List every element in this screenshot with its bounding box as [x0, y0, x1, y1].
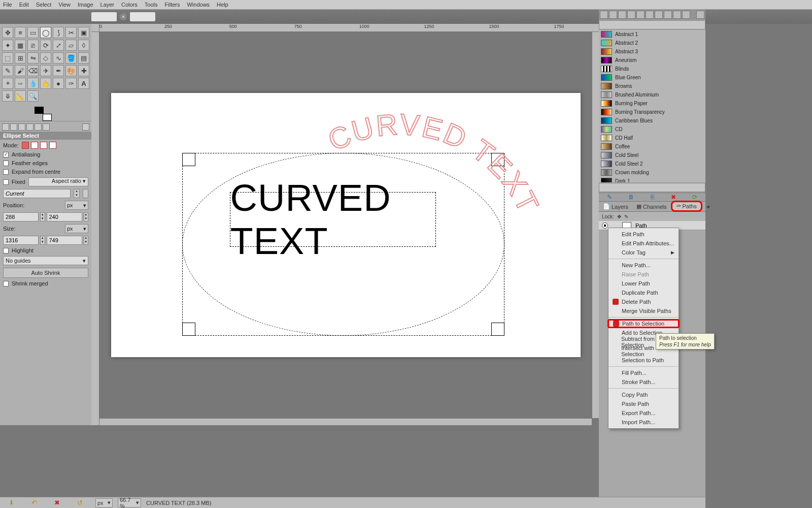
- gradient-item[interactable]: Brushed Aluminium: [599, 90, 705, 99]
- unified-transform-tool-icon[interactable]: ⬚: [2, 52, 13, 64]
- mode-add-icon[interactable]: [31, 142, 38, 149]
- gradient-list[interactable]: Abstract 1Abstract 2Abstract 3AneurismBl…: [599, 30, 705, 182]
- context-menu-item[interactable]: Lower Path: [608, 279, 679, 288]
- menu-windows[interactable]: Windows: [187, 2, 210, 8]
- gradient-item[interactable]: Blinds: [599, 65, 705, 73]
- dock-tab-icon[interactable]: [673, 11, 681, 19]
- flip-tool-icon[interactable]: ⇋: [27, 52, 39, 64]
- gradient-item[interactable]: Burning Transparency: [599, 108, 705, 116]
- gradient-item[interactable]: Cold Steel: [599, 151, 705, 160]
- vertical-ruler[interactable]: [91, 32, 99, 425]
- text-tool-icon[interactable]: A: [78, 78, 89, 89]
- context-menu-item[interactable]: New Path...: [608, 261, 679, 270]
- menu-file[interactable]: File: [3, 2, 12, 8]
- document-tab[interactable]: [130, 12, 155, 21]
- gradient-item[interactable]: Blue Green: [599, 73, 705, 82]
- pos-x-input[interactable]: [3, 212, 39, 221]
- options-tab-icon[interactable]: [43, 123, 50, 131]
- aspect-dropdown[interactable]: Aspect ratio ▾: [28, 177, 88, 186]
- menu-view[interactable]: View: [58, 2, 71, 8]
- context-menu-item[interactable]: Edit Path Attributes...: [608, 239, 679, 248]
- fg-color-icon[interactable]: [35, 107, 44, 114]
- reset-options-icon[interactable]: ↺: [77, 499, 83, 506]
- options-tab-icon[interactable]: [18, 123, 25, 131]
- panel-menu-icon[interactable]: ◂: [702, 202, 714, 212]
- menu-filters[interactable]: Filters: [165, 2, 180, 8]
- menu-layer[interactable]: Layer: [100, 2, 115, 8]
- gradient-item[interactable]: Abstract 2: [599, 39, 705, 47]
- tab-paths[interactable]: ✑Paths: [671, 201, 702, 212]
- context-menu-item[interactable]: Delete Path: [608, 297, 679, 306]
- context-menu-item[interactable]: Selection to Path: [608, 356, 679, 365]
- cage-tool-icon[interactable]: ◇: [40, 52, 51, 64]
- gradient-item[interactable]: Caribbean Blues: [599, 116, 705, 125]
- dock-tab-icon[interactable]: [636, 11, 645, 19]
- context-menu-item[interactable]: Edit Path: [608, 230, 679, 239]
- restore-options-icon[interactable]: ↶: [31, 499, 37, 506]
- gradient-item[interactable]: Abstract 1: [599, 30, 705, 39]
- gradient-item[interactable]: Burning Paper: [599, 99, 705, 108]
- horizontal-scrollbar[interactable]: [99, 418, 592, 425]
- handle-icon[interactable]: [491, 323, 504, 336]
- move-tool-icon[interactable]: ✥: [2, 27, 13, 38]
- rect-select-tool-icon[interactable]: ▭: [27, 27, 39, 38]
- fuzzy-select-tool-icon[interactable]: ✦: [2, 40, 13, 51]
- canvas[interactable]: CURVED TEXT CURVED TEXT: [99, 32, 592, 418]
- heal-tool-icon[interactable]: ✚: [78, 65, 89, 76]
- mode-intersect-icon[interactable]: [49, 142, 56, 149]
- options-tab-icon[interactable]: [2, 123, 9, 131]
- horizontal-ruler[interactable]: 0 250 500 750 1000 1250 1500 1750: [99, 24, 599, 32]
- ruler-corner[interactable]: [91, 24, 99, 32]
- crop-tool-icon[interactable]: ⎚: [27, 40, 39, 51]
- lock-position-icon[interactable]: ✥: [617, 214, 621, 219]
- status-unit[interactable]: px▾: [95, 498, 113, 507]
- spinner-icon[interactable]: ▲▼: [84, 236, 89, 245]
- color-picker-tool-icon[interactable]: ⤋: [2, 90, 13, 102]
- context-menu-item[interactable]: Path to Selection: [607, 319, 680, 328]
- spinner-icon[interactable]: ▲▼: [40, 212, 45, 221]
- foreground-select-tool-icon[interactable]: ▣: [78, 27, 89, 38]
- gradient-item[interactable]: CD Half: [599, 134, 705, 142]
- options-tab-icon[interactable]: [10, 123, 17, 131]
- guides-dropdown[interactable]: No guides▾: [3, 256, 88, 265]
- new-gradient-icon[interactable]: 🗎: [628, 194, 634, 201]
- clone-tool-icon[interactable]: ⌖: [2, 78, 13, 89]
- scale-tool-icon[interactable]: ⤢: [53, 40, 64, 51]
- highlight-checkbox[interactable]: [3, 248, 9, 253]
- gradient-filter-input[interactable]: [599, 20, 705, 29]
- dock-tab-icon[interactable]: [664, 11, 672, 19]
- mode-subtract-icon[interactable]: [40, 142, 47, 149]
- dock-tab-icon[interactable]: [655, 11, 663, 19]
- context-menu-item[interactable]: Stroke Path...: [608, 377, 679, 387]
- expand-checkbox[interactable]: [3, 169, 9, 175]
- vertical-scrollbar[interactable]: [592, 32, 599, 418]
- gradient-tool-icon[interactable]: ▤: [78, 52, 89, 64]
- mode-replace-icon[interactable]: [22, 142, 29, 149]
- gradient-item[interactable]: Cold Steel 2: [599, 160, 705, 168]
- pos-y-input[interactable]: [47, 212, 82, 221]
- auto-shrink-button[interactable]: Auto Shrink: [3, 268, 88, 278]
- mypaint-tool-icon[interactable]: 🎨: [65, 65, 77, 76]
- size-w-input[interactable]: [3, 236, 39, 245]
- perspective-tool-icon[interactable]: ◊: [78, 40, 89, 51]
- context-menu-item[interactable]: Export Path...: [608, 408, 679, 418]
- handle-icon[interactable]: [182, 323, 195, 336]
- context-menu-item[interactable]: Duplicate Path: [608, 288, 679, 297]
- lock-strokes-icon[interactable]: ✎: [624, 214, 628, 219]
- perspective-clone-tool-icon[interactable]: ⎃: [15, 78, 26, 89]
- gradient-item[interactable]: Dark 1: [599, 177, 705, 182]
- by-color-select-tool-icon[interactable]: ▦: [15, 40, 26, 51]
- antialias-checkbox[interactable]: ✓: [3, 152, 9, 157]
- zoom-dropdown[interactable]: 66.7 %▾: [118, 498, 141, 507]
- options-menu-icon[interactable]: [82, 123, 89, 131]
- visibility-icon[interactable]: [602, 223, 608, 229]
- delete-gradient-icon[interactable]: ✖: [671, 194, 676, 201]
- eraser-tool-icon[interactable]: ⌫: [27, 65, 39, 76]
- dock-tab-icon[interactable]: [600, 11, 608, 19]
- save-options-icon[interactable]: ⬇: [9, 499, 14, 506]
- gradient-item[interactable]: CD: [599, 125, 705, 134]
- duplicate-gradient-icon[interactable]: ⎘: [651, 194, 654, 201]
- menu-tools[interactable]: Tools: [145, 2, 158, 8]
- gradient-item[interactable]: Aneurism: [599, 56, 705, 65]
- refresh-gradient-icon[interactable]: ⟳: [692, 194, 697, 201]
